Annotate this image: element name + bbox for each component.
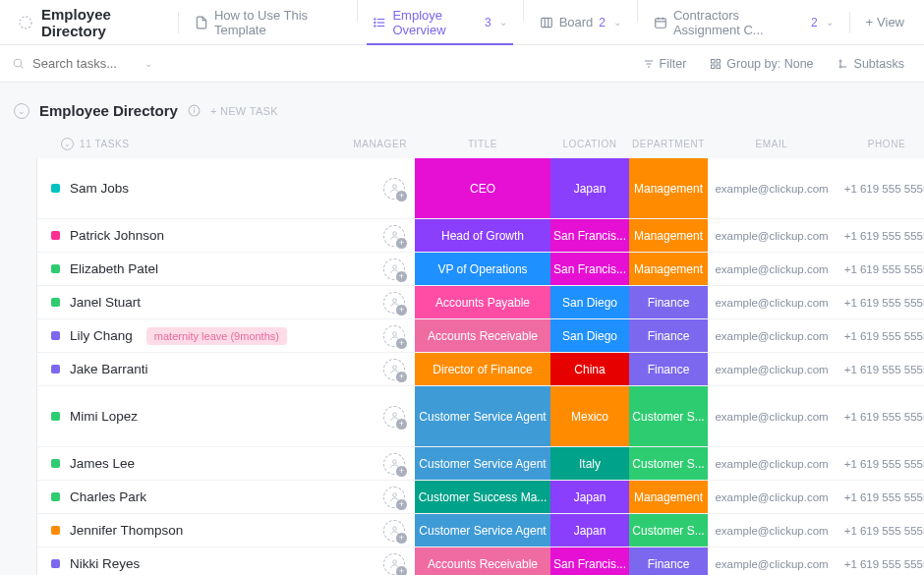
email-cell[interactable]: example@clickup.com <box>708 286 836 318</box>
email-cell[interactable]: example@clickup.com <box>708 514 836 546</box>
manager-cell[interactable] <box>346 386 415 446</box>
location-chip[interactable]: San Diego <box>550 319 629 352</box>
department-chip[interactable]: Finance <box>629 319 708 352</box>
col-email[interactable]: EMAIL <box>708 139 836 149</box>
task-name-cell[interactable]: Jake Barranti <box>37 353 346 385</box>
filter-button[interactable]: Filter <box>635 53 695 75</box>
status-square-icon[interactable] <box>51 264 60 273</box>
manager-cell[interactable] <box>346 219 415 252</box>
task-count-header[interactable]: ⌄ 11 TASKS <box>51 138 346 150</box>
view-tab[interactable]: How to Use This Template <box>183 0 353 44</box>
department-chip[interactable]: Finance <box>629 286 708 318</box>
task-row[interactable]: Sam JobsCEOJapanManagementexample@clicku… <box>37 158 924 219</box>
task-tag[interactable]: maternity leave (9months) <box>146 327 287 345</box>
phone-cell[interactable]: +1 619 555 5555 <box>836 514 924 546</box>
department-chip[interactable]: Management <box>629 253 708 285</box>
location-chip[interactable]: Japan <box>550 158 629 218</box>
title-chip[interactable]: Accounts Receivable <box>415 319 550 352</box>
email-cell[interactable]: example@clickup.com <box>708 353 836 385</box>
department-chip[interactable]: Management <box>629 158 708 218</box>
assign-manager-icon[interactable] <box>383 453 405 475</box>
chevron-down-icon[interactable]: ⌄ <box>826 17 834 28</box>
task-name-cell[interactable]: James Lee <box>37 447 346 480</box>
view-tab[interactable]: Contractors Assignment C...2⌄ <box>642 0 845 44</box>
task-name-cell[interactable]: Lily Changmaternity leave (9months) <box>37 319 346 352</box>
manager-cell[interactable] <box>346 447 415 480</box>
phone-cell[interactable]: +1 619 555 5555 <box>836 481 924 513</box>
task-row[interactable]: Nikki ReyesAccounts ReceivableSan Franci… <box>37 547 924 575</box>
title-chip[interactable]: VP of Operations <box>415 253 550 285</box>
task-name-cell[interactable]: Jennifer Thompson <box>37 514 346 546</box>
status-square-icon[interactable] <box>51 365 60 374</box>
assign-manager-icon[interactable] <box>383 325 405 347</box>
title-chip[interactable]: Customer Service Agent <box>415 386 550 446</box>
assign-manager-icon[interactable] <box>383 520 405 542</box>
email-cell[interactable]: example@clickup.com <box>708 386 836 446</box>
email-cell[interactable]: example@clickup.com <box>708 219 836 252</box>
email-cell[interactable]: example@clickup.com <box>708 547 836 575</box>
assign-manager-icon[interactable] <box>383 178 405 200</box>
workspace-title[interactable]: Employee Directory <box>8 6 174 39</box>
assign-manager-icon[interactable] <box>383 406 405 428</box>
phone-cell[interactable]: +1 619 555 5555 <box>836 158 924 218</box>
email-cell[interactable]: example@clickup.com <box>708 447 836 480</box>
location-chip[interactable]: San Diego <box>550 286 629 318</box>
title-chip[interactable]: Customer Service Agent <box>415 514 550 546</box>
department-chip[interactable]: Finance <box>629 353 708 385</box>
view-tab[interactable]: Employe Overview3⌄ <box>361 0 518 44</box>
task-name-cell[interactable]: Janel Stuart <box>37 286 346 318</box>
task-row[interactable]: Janel StuartAccounts PayableSan DiegoFin… <box>37 286 924 319</box>
status-square-icon[interactable] <box>51 526 60 535</box>
manager-cell[interactable] <box>346 253 415 285</box>
title-chip[interactable]: Customer Success Ma... <box>415 481 550 513</box>
assign-manager-icon[interactable] <box>383 292 405 314</box>
col-location[interactable]: LOCATION <box>550 139 629 149</box>
department-chip[interactable]: Finance <box>629 547 708 575</box>
manager-cell[interactable] <box>346 353 415 385</box>
assign-manager-icon[interactable] <box>383 487 405 508</box>
task-name-cell[interactable]: Sam Jobs <box>37 158 346 218</box>
department-chip[interactable]: Customer S... <box>629 447 708 480</box>
location-chip[interactable]: Japan <box>550 514 629 546</box>
title-chip[interactable]: CEO <box>415 158 550 218</box>
assign-manager-icon[interactable] <box>383 225 405 247</box>
info-icon[interactable] <box>188 104 201 117</box>
email-cell[interactable]: example@clickup.com <box>708 158 836 218</box>
location-chip[interactable]: San Francis... <box>550 219 629 252</box>
subtasks-button[interactable]: Subtasks <box>830 53 912 75</box>
status-square-icon[interactable] <box>51 412 60 421</box>
task-name-cell[interactable]: Nikki Reyes <box>37 547 346 575</box>
manager-cell[interactable] <box>346 158 415 218</box>
department-chip[interactable]: Customer S... <box>629 386 708 446</box>
phone-cell[interactable]: +1 619 555 5555 <box>836 219 924 252</box>
manager-cell[interactable] <box>346 481 415 513</box>
group-by-button[interactable]: Group by: None <box>702 53 821 75</box>
status-square-icon[interactable] <box>51 559 60 568</box>
chevron-down-icon[interactable]: ⌄ <box>613 17 621 28</box>
task-row[interactable]: Lily Changmaternity leave (9months)Accou… <box>37 319 924 353</box>
manager-cell[interactable] <box>346 286 415 318</box>
assign-manager-icon[interactable] <box>383 553 405 575</box>
task-row[interactable]: Patrick JohnsonHead of GrowthSan Francis… <box>37 219 924 253</box>
email-cell[interactable]: example@clickup.com <box>708 319 836 352</box>
view-tab[interactable]: Board2⌄ <box>528 0 633 44</box>
col-department[interactable]: DEPARTMENT <box>629 139 708 149</box>
task-row[interactable]: James LeeCustomer Service AgentItalyCust… <box>37 447 924 481</box>
status-square-icon[interactable] <box>51 459 60 468</box>
title-chip[interactable]: Customer Service Agent <box>415 447 550 480</box>
task-row[interactable]: Charles ParkCustomer Success Ma...JapanM… <box>37 481 924 514</box>
status-square-icon[interactable] <box>51 184 60 193</box>
location-chip[interactable]: San Francis... <box>550 253 629 285</box>
col-manager[interactable]: MANAGER <box>346 139 415 149</box>
search-box[interactable]: ⌄ <box>12 55 169 72</box>
email-cell[interactable]: example@clickup.com <box>708 253 836 285</box>
task-row[interactable]: Jennifer ThompsonCustomer Service AgentJ… <box>37 514 924 547</box>
task-name-cell[interactable]: Mimi Lopez <box>37 386 346 446</box>
status-square-icon[interactable] <box>51 331 60 340</box>
task-name-cell[interactable]: Charles Park <box>37 481 346 513</box>
department-chip[interactable]: Management <box>629 481 708 513</box>
title-chip[interactable]: Director of Finance <box>415 353 550 385</box>
chevron-down-icon[interactable]: ⌄ <box>499 17 507 28</box>
task-row[interactable]: Mimi LopezCustomer Service AgentMexicoCu… <box>37 386 924 447</box>
status-square-icon[interactable] <box>51 231 60 240</box>
